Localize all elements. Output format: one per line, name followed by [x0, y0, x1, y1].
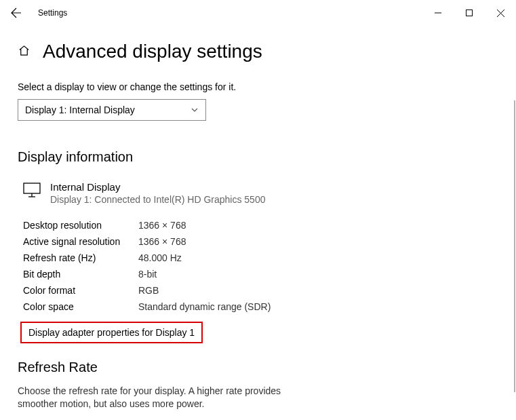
page-title: Advanced display settings [43, 41, 262, 62]
display-connection-info: Display 1: Connected to Intel(R) HD Grap… [50, 194, 265, 205]
info-value: 1366 × 768 [138, 236, 186, 247]
page-header: Advanced display settings [18, 41, 498, 62]
display-information-heading: Display information [18, 149, 498, 165]
table-row: Color spaceStandard dynamic range (SDR) [23, 301, 498, 312]
refresh-rate-description: Choose the refresh rate for your display… [18, 385, 289, 411]
content-area: Advanced display settings Select a displ… [0, 26, 516, 420]
dropdown-selected-value: Display 1: Internal Display [25, 104, 135, 115]
table-row: Active signal resolution1366 × 768 [23, 236, 498, 247]
svg-rect-1 [24, 183, 40, 193]
minimize-button[interactable] [422, 2, 454, 24]
info-value: 8-bit [138, 269, 157, 280]
back-button[interactable] [5, 2, 27, 24]
maximize-button[interactable] [454, 2, 485, 24]
info-label: Color format [23, 285, 138, 296]
info-value: 1366 × 768 [138, 220, 186, 231]
info-label: Color space [23, 301, 138, 312]
close-icon [497, 9, 504, 17]
monitor-icon [23, 183, 41, 200]
refresh-rate-heading: Refresh Rate [18, 360, 498, 375]
info-value: 48.000 Hz [138, 252, 182, 263]
svg-rect-0 [467, 10, 473, 16]
scrollbar[interactable] [514, 100, 515, 392]
home-icon[interactable] [18, 44, 31, 60]
table-row: Color formatRGB [23, 285, 498, 296]
table-row: Bit depth8-bit [23, 269, 498, 280]
info-label: Active signal resolution [23, 236, 138, 247]
display-summary: Internal Display Display 1: Connected to… [18, 181, 498, 205]
display-info-table: Desktop resolution1366 × 768 Active sign… [23, 220, 498, 312]
info-value: RGB [138, 285, 159, 296]
display-select-dropdown[interactable]: Display 1: Internal Display [18, 99, 206, 121]
chevron-down-icon [191, 106, 199, 114]
minimize-icon [435, 9, 441, 16]
arrow-left-icon [11, 7, 22, 18]
display-select-instruction: Select a display to view or change the s… [18, 81, 498, 92]
window-title: Settings [38, 8, 422, 18]
maximize-icon [466, 9, 473, 16]
display-adapter-properties-link[interactable]: Display adapter properties for Display 1 [20, 322, 203, 343]
window-controls [422, 2, 516, 24]
table-row: Refresh rate (Hz)48.000 Hz [23, 252, 498, 263]
info-label: Bit depth [23, 269, 138, 280]
titlebar: Settings [0, 0, 516, 26]
info-value: Standard dynamic range (SDR) [138, 301, 271, 312]
close-button[interactable] [485, 2, 516, 24]
table-row: Desktop resolution1366 × 768 [23, 220, 498, 231]
info-label: Refresh rate (Hz) [23, 252, 138, 263]
info-label: Desktop resolution [23, 220, 138, 231]
display-name: Internal Display [50, 181, 265, 193]
